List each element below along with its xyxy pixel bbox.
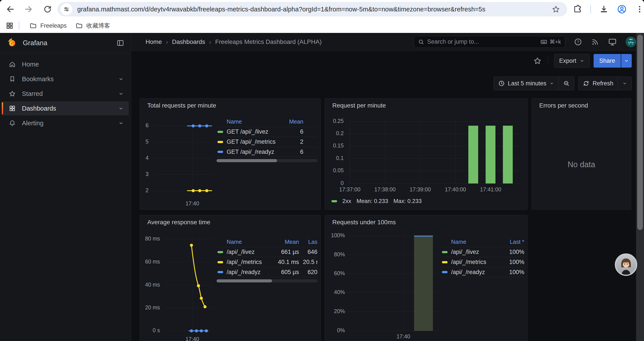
legend-last-value: 20.5 r <box>303 259 318 265</box>
sidebar-item-dashboards[interactable]: Dashboards <box>2 101 129 115</box>
legend-last-value: 100% <box>498 269 524 276</box>
reload-button[interactable] <box>40 2 54 16</box>
export-label: Export <box>559 58 576 64</box>
sidebar-item-bookmarks[interactable]: Bookmarks <box>2 72 129 86</box>
actions-divider <box>548 57 548 65</box>
url-text[interactable]: grafana.mathmast.com/d/deytv4rwavabkb/fr… <box>77 6 552 13</box>
share-button[interactable]: Share <box>594 54 621 68</box>
legend-scrollbar[interactable] <box>216 279 318 282</box>
chevron-down-icon[interactable] <box>118 106 124 111</box>
grafana-logo <box>6 38 17 48</box>
extensions-puzzle-icon <box>573 5 582 14</box>
panel-average-response-time: Average response time 80 ms 60 ms 40 ms … <box>140 215 321 341</box>
page-scrollbar[interactable] <box>636 33 644 341</box>
legend-col-mean[interactable]: Mean <box>270 238 299 245</box>
sidebar-collapse-button[interactable] <box>116 39 124 47</box>
legend-series-name[interactable]: GET /api/_/livez <box>227 128 277 135</box>
legend-col-last[interactable]: Last * <box>498 238 524 245</box>
export-button[interactable]: Export <box>554 54 590 68</box>
legend-mean: Mean: 0.233 <box>356 198 388 204</box>
apps-grid-button[interactable] <box>6 22 14 30</box>
news-button[interactable] <box>591 38 599 46</box>
svg-text:17:40: 17:40 <box>396 333 410 339</box>
sidebar-item-starred[interactable]: Starred <box>2 87 129 101</box>
chevron-down-icon[interactable] <box>118 76 124 82</box>
time-range-group: Last 5 minutes <box>494 77 574 90</box>
folder-icon <box>29 22 37 30</box>
share-menu-button[interactable] <box>621 54 632 68</box>
legend-col-name[interactable]: Name <box>216 118 277 125</box>
zoom-out-time-button[interactable] <box>558 77 574 90</box>
star-icon <box>533 57 542 65</box>
requests-under-100ms-chart: 100% 80% 60% 40% 20% 0% 17:40 <box>325 215 528 341</box>
legend-col-last[interactable]: Las <box>303 238 318 245</box>
assistant-avatar[interactable] <box>615 253 637 276</box>
svg-text:40 ms: 40 ms <box>145 281 160 288</box>
profile-button[interactable] <box>617 4 627 14</box>
back-button[interactable] <box>3 2 17 16</box>
legend-col-name[interactable]: Name <box>216 238 270 245</box>
legend-col-mean[interactable]: Mean <box>277 118 303 125</box>
bookmark-folder-blogs[interactable]: 收藏博客 <box>71 20 114 31</box>
grafana-app: Grafana Home Bookmarks Starred <box>0 33 644 341</box>
forward-button[interactable] <box>22 2 36 16</box>
user-avatar[interactable] <box>626 37 636 47</box>
sidebar-header: Grafana <box>0 33 131 53</box>
breadcrumb-dashboards[interactable]: Dashboards <box>172 38 205 46</box>
legend-series-name[interactable]: /api/_/livez <box>451 249 498 255</box>
sidebar-item-home[interactable]: Home <box>2 57 129 71</box>
refresh-button[interactable]: Refresh <box>578 77 618 90</box>
main-area: Home › Dashboards › Freeleaps Metrics Da… <box>131 33 644 341</box>
extensions-button[interactable] <box>573 5 582 14</box>
bookmarks-divider <box>19 22 19 30</box>
svg-text:60%: 60% <box>334 270 345 276</box>
svg-text:20 ms: 20 ms <box>145 304 160 310</box>
bookmark-folder-freeleaps[interactable]: Freeleaps <box>25 20 71 31</box>
legend-series-name[interactable]: /api/_/livez <box>227 249 270 255</box>
legend-series-name[interactable]: GET /api/_/metrics <box>227 138 277 145</box>
time-range-picker[interactable]: Last 5 minutes <box>494 77 559 90</box>
panel-title[interactable]: Errors per second <box>539 102 588 109</box>
zoom-out-icon <box>563 80 570 87</box>
help-icon: ? <box>574 38 582 46</box>
kiosk-mode-button[interactable] <box>608 38 617 46</box>
rss-icon <box>591 38 599 46</box>
bookmark-star-button[interactable] <box>552 5 560 14</box>
legend-series-name[interactable]: /api/_/metrics <box>451 259 498 265</box>
sidebar: Grafana Home Bookmarks Starred <box>0 33 131 341</box>
legend-col-name[interactable]: Name <box>441 238 498 245</box>
header-icons: ? <box>574 37 636 47</box>
legend-mean-value: 2 <box>277 138 303 145</box>
search-shortcut: ⌘+k <box>540 38 561 46</box>
help-button[interactable]: ? <box>574 38 582 46</box>
refresh-interval-button[interactable] <box>618 77 632 90</box>
url-bar[interactable]: grafana.mathmast.com/d/deytv4rwavabkb/fr… <box>58 2 567 17</box>
apps-grid-icon <box>6 22 14 30</box>
chevron-down-icon <box>624 58 629 63</box>
svg-text:17:40:00: 17:40:00 <box>445 186 466 192</box>
svg-text:17:38:00: 17:38:00 <box>374 186 396 192</box>
bookmark-icon <box>9 76 16 83</box>
scrollbar-thumb[interactable] <box>637 35 643 230</box>
chevron-down-icon[interactable] <box>118 91 124 97</box>
favorite-dashboard-button[interactable] <box>533 57 542 65</box>
legend-last-value: 646 <box>303 249 318 255</box>
browser-actions <box>573 4 644 14</box>
legend-series-name[interactable]: /api/_/metrics <box>227 259 270 265</box>
legend-series-name[interactable]: /api/_/readyz <box>227 269 270 276</box>
legend-series-name[interactable]: GET /api/_/readyz <box>227 149 277 155</box>
top-nav: Home › Dashboards › Freeleaps Metrics Da… <box>131 33 644 51</box>
chevron-down-icon[interactable] <box>118 120 124 126</box>
sidebar-item-alerting[interactable]: Alerting <box>2 116 129 130</box>
search-input[interactable]: Search or jump to... ⌘+k <box>414 36 565 48</box>
downloads-button[interactable] <box>599 5 608 14</box>
legend-scrollbar[interactable] <box>216 159 318 162</box>
legend-last-value: 620 <box>303 269 318 276</box>
browser-menu-button[interactable] <box>635 5 644 14</box>
sidebar-item-label: Home <box>22 61 39 68</box>
legend-series-name[interactable]: /api/_/readyz <box>451 269 498 276</box>
breadcrumb-home[interactable]: Home <box>146 38 162 46</box>
site-settings-icon[interactable] <box>60 3 72 15</box>
bookmarks-bar: Freeleaps 收藏博客 <box>0 19 644 33</box>
legend-series-name[interactable]: 2xx <box>342 198 351 204</box>
